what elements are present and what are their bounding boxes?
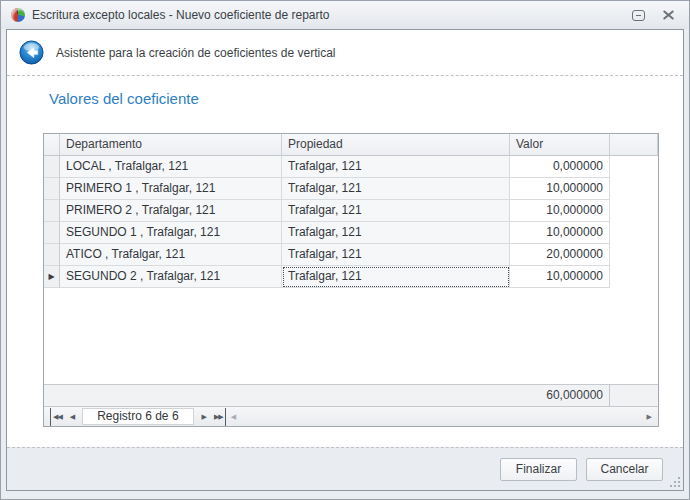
cell-departamento[interactable]: ATICO , Trafalgar, 121 bbox=[60, 244, 282, 266]
summary-total: 60,000000 bbox=[510, 385, 610, 406]
section-title: Valores del coeficiente bbox=[49, 90, 199, 107]
window-title: Escritura excepto locales - Nuevo coefic… bbox=[32, 8, 619, 22]
cell-valor[interactable]: 10,000000 bbox=[510, 266, 610, 288]
row-indicator-cell: ▶ bbox=[44, 266, 60, 288]
row-indicator-cell: ▶ bbox=[44, 200, 60, 222]
table-row[interactable]: ▶ ATICO , Trafalgar, 121 Trafalgar, 121 … bbox=[44, 244, 658, 266]
cell-propiedad[interactable]: Trafalgar, 121 bbox=[282, 200, 510, 222]
hscroll-right-arrow-icon[interactable]: ▶ bbox=[644, 413, 655, 421]
summary-row: 60,000000 bbox=[44, 384, 658, 406]
record-count-label: Registro 6 de 6 bbox=[82, 408, 193, 425]
column-header-empty bbox=[610, 134, 658, 156]
cell-valor[interactable]: 20,000000 bbox=[510, 244, 610, 266]
table-row[interactable]: ▶ PRIMERO 2 , Trafalgar, 121 Trafalgar, … bbox=[44, 200, 658, 222]
dialog-window: Escritura excepto locales - Nuevo coefic… bbox=[0, 0, 690, 500]
cell-valor[interactable]: 10,000000 bbox=[510, 200, 610, 222]
close-icon bbox=[662, 10, 675, 21]
row-indicator-cell: ▶ bbox=[44, 156, 60, 178]
nav-next-button[interactable]: ▶ bbox=[198, 408, 210, 426]
nav-first-button[interactable]: ◀◀ bbox=[50, 408, 66, 426]
table-row[interactable]: ▶ SEGUNDO 2 , Trafalgar, 121 Trafalgar, … bbox=[44, 266, 658, 288]
cancelar-button[interactable]: Cancelar bbox=[586, 458, 663, 481]
nav-prev-button[interactable]: ◀ bbox=[66, 408, 78, 426]
record-navigator: ◀◀ ◀ Registro 6 de 6 ▶ ▶▶ ◀ ▶ bbox=[44, 406, 658, 426]
column-header-propiedad[interactable]: Propiedad bbox=[282, 134, 510, 156]
grid-rows: ▶ LOCAL , Trafalgar, 121 Trafalgar, 121 … bbox=[44, 156, 658, 288]
column-header-valor[interactable]: Valor bbox=[510, 134, 610, 156]
maximize-button[interactable] bbox=[627, 6, 649, 24]
cell-propiedad[interactable]: Trafalgar, 121 bbox=[282, 178, 510, 200]
app-pie-icon bbox=[11, 8, 25, 22]
grid-empty-area bbox=[44, 288, 658, 384]
maximize-icon bbox=[632, 10, 645, 21]
selected-row-arrow-icon: ▶ bbox=[48, 273, 54, 281]
cell-valor[interactable]: 10,000000 bbox=[510, 178, 610, 200]
table-row[interactable]: ▶ PRIMERO 1 , Trafalgar, 121 Trafalgar, … bbox=[44, 178, 658, 200]
cell-propiedad[interactable]: Trafalgar, 121 bbox=[282, 156, 510, 178]
hscroll-left-arrow-icon[interactable]: ◀ bbox=[226, 413, 241, 421]
column-header-departamento[interactable]: Departamento bbox=[60, 134, 282, 156]
resize-grip[interactable] bbox=[670, 477, 680, 487]
cell-propiedad[interactable]: Trafalgar, 121 bbox=[282, 266, 510, 288]
button-bar: Finalizar Cancelar bbox=[7, 447, 683, 490]
wizard-header: Asistente para la creación de coeficient… bbox=[7, 30, 683, 76]
table-row[interactable]: ▶ LOCAL , Trafalgar, 121 Trafalgar, 121 … bbox=[44, 156, 658, 178]
back-button[interactable] bbox=[19, 40, 44, 65]
row-indicator-cell: ▶ bbox=[44, 178, 60, 200]
wizard-title: Asistente para la creación de coeficient… bbox=[56, 46, 336, 60]
cell-departamento[interactable]: SEGUNDO 2 , Trafalgar, 121 bbox=[60, 266, 282, 288]
finalizar-button[interactable]: Finalizar bbox=[500, 458, 577, 481]
title-bar: Escritura excepto locales - Nuevo coefic… bbox=[1, 1, 689, 29]
cell-propiedad[interactable]: Trafalgar, 121 bbox=[282, 244, 510, 266]
nav-last-button[interactable]: ▶▶ bbox=[210, 408, 226, 426]
close-button[interactable] bbox=[657, 6, 679, 24]
row-indicator-cell: ▶ bbox=[44, 244, 60, 266]
cell-valor[interactable]: 0,000000 bbox=[510, 156, 610, 178]
cell-departamento[interactable]: PRIMERO 2 , Trafalgar, 121 bbox=[60, 200, 282, 222]
row-indicator-cell: ▶ bbox=[44, 222, 60, 244]
header-indicator-cell bbox=[44, 134, 60, 156]
grid-header-row: Departamento Propiedad Valor bbox=[44, 134, 658, 156]
cell-departamento[interactable]: PRIMERO 1 , Trafalgar, 121 bbox=[60, 178, 282, 200]
cell-departamento[interactable]: LOCAL , Trafalgar, 121 bbox=[60, 156, 282, 178]
cell-departamento[interactable]: SEGUNDO 1 , Trafalgar, 121 bbox=[60, 222, 282, 244]
client-area: Asistente para la creación de coeficient… bbox=[6, 29, 684, 491]
coefficients-grid: Departamento Propiedad Valor ▶ LOCAL , T… bbox=[43, 133, 659, 427]
cell-propiedad[interactable]: Trafalgar, 121 bbox=[282, 222, 510, 244]
table-row[interactable]: ▶ SEGUNDO 1 , Trafalgar, 121 Trafalgar, … bbox=[44, 222, 658, 244]
cell-valor[interactable]: 10,000000 bbox=[510, 222, 610, 244]
